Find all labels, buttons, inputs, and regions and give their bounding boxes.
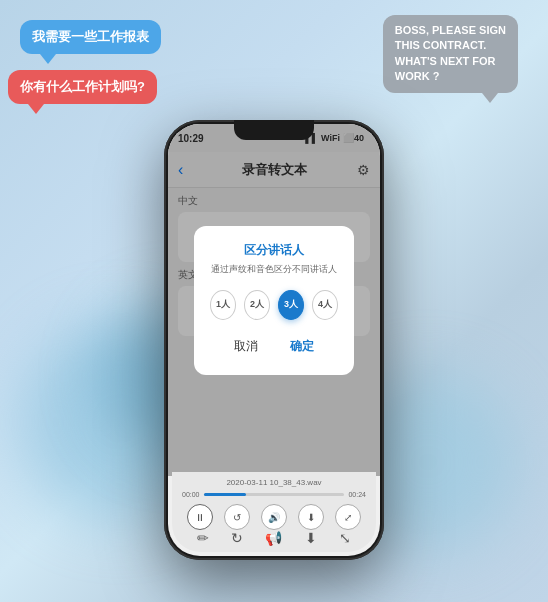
bubble-gray-line2: THIS CONTRACT. [395,39,487,51]
expand-button[interactable]: ⤢ [335,504,361,530]
dialog-title: 区分讲话人 [210,242,338,259]
download-icon[interactable]: ⬇ [305,530,317,546]
controls-row: ⏸ ↺ 🔊 ⬇ ⤢ [182,504,366,530]
save-button[interactable]: ⬇ [298,504,324,530]
speaker-options: 1人 2人 3人 4人 [210,290,338,320]
bubble-blue-text: 我需要一些工作报表 [32,29,149,44]
progress-row: 00:00 00:24 [182,491,366,498]
progress-bar[interactable] [204,493,345,496]
play-pause-button[interactable]: ⏸ [187,504,213,530]
play-pause-icon: ⏸ [195,512,205,523]
file-name: 2020-03-11 10_38_43.wav [182,478,366,487]
fullscreen-icon[interactable]: ⤡ [339,530,351,546]
cancel-button[interactable]: 取消 [226,334,266,359]
bubble-gray-line3: WHAT'S NEXT FOR [395,55,496,67]
dialog-overlay: 区分讲话人 通过声纹和音色区分不同讲话人 1人 2人 3人 4人 取消 确定 [168,124,380,476]
option-1-person[interactable]: 1人 [210,290,236,320]
confirm-button[interactable]: 确定 [282,334,322,359]
bottom-bar: 2020-03-11 10_38_43.wav 00:00 00:24 ⏸ ↺ … [172,472,376,552]
speaker-icon[interactable]: 📢 [265,530,282,546]
edit-icon[interactable]: ✏ [197,530,209,546]
speech-bubble-blue: 我需要一些工作报表 [20,20,161,54]
bubble-red-text: 你有什么工作计划吗? [20,79,145,94]
icon-toolbar: ✏ ↻ 📢 ⬇ ⤡ [182,530,366,546]
speech-bubble-gray: BOSS, PLEASE SIGN THIS CONTRACT. WHAT'S … [383,15,518,93]
phone-device: 10:29 ▌▌ WiFi ⬜40 ‹ 录音转文本 ⚙ 中文 英文 区分讲话人 … [164,120,384,560]
phone-notch [234,120,314,140]
rewind-icon: ↺ [233,512,241,523]
time-total: 00:24 [348,491,366,498]
phone-screen: 10:29 ▌▌ WiFi ⬜40 ‹ 录音转文本 ⚙ 中文 英文 区分讲话人 … [168,124,380,556]
dialog-subtitle: 通过声纹和音色区分不同讲话人 [210,263,338,276]
progress-fill [204,493,246,496]
volume-icon: 🔊 [268,512,280,523]
option-3-person[interactable]: 3人 [278,290,304,320]
save-icon: ⬇ [307,512,315,523]
rewind-button[interactable]: ↺ [224,504,250,530]
bubble-gray-line1: BOSS, PLEASE SIGN [395,24,506,36]
speaker-dialog: 区分讲话人 通过声纹和音色区分不同讲话人 1人 2人 3人 4人 取消 确定 [194,226,354,375]
bubble-gray-line4: WORK ? [395,70,440,82]
expand-icon: ⤢ [344,512,352,523]
dialog-actions: 取消 确定 [210,334,338,359]
option-2-person[interactable]: 2人 [244,290,270,320]
speech-bubble-red: 你有什么工作计划吗? [8,70,157,104]
time-elapsed: 00:00 [182,491,200,498]
refresh-icon[interactable]: ↻ [231,530,243,546]
option-4-person[interactable]: 4人 [312,290,338,320]
volume-button[interactable]: 🔊 [261,504,287,530]
